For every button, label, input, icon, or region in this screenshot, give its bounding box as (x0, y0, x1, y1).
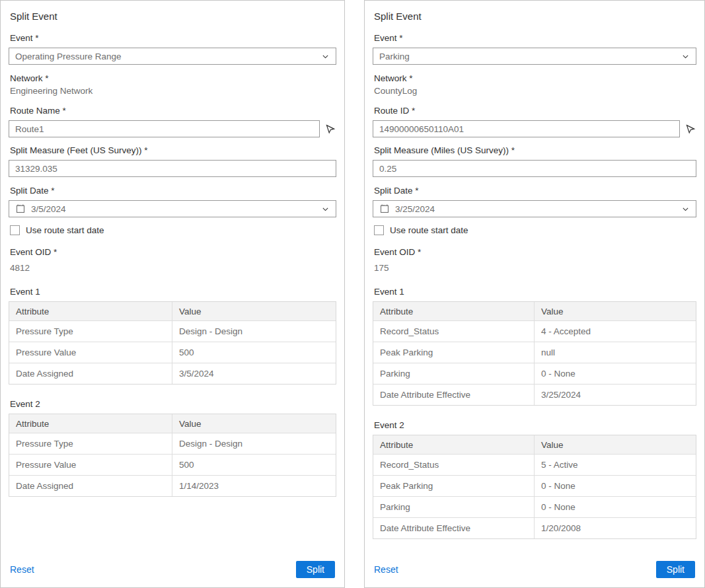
value-cell: 3/5/2024 (172, 363, 336, 384)
value-cell: 1/14/2023 (172, 476, 336, 496)
value-cell: 1/20/2008 (535, 518, 696, 538)
value-cell: 4 - Accepted (535, 321, 696, 342)
attribute-cell: Date Assigned (9, 363, 172, 384)
split-button[interactable]: Split (296, 561, 335, 578)
table-header-row: Attribute Value (9, 302, 336, 320)
table-row: Date Attribute Effective 1/20/2008 (373, 517, 696, 538)
event-oid-label: Event OID * (374, 246, 695, 258)
table-header-row: Attribute Value (9, 414, 336, 433)
calendar-icon (15, 203, 26, 214)
calendar-icon (379, 203, 390, 214)
table-row: Peak Parking null (373, 342, 696, 363)
value-cell: 500 (172, 455, 336, 475)
event2-table: Attribute Value Record_Status 5 - Active… (373, 435, 696, 539)
attribute-cell: Date Attribute Effective (373, 518, 535, 538)
panel-title: Split Event (374, 11, 695, 22)
event-oid-group: Event OID * 175 (373, 246, 696, 274)
network-group: Network * CountyLog (373, 73, 696, 96)
checkbox-unchecked-icon (10, 225, 20, 235)
event-oid-group: Event OID * 4812 (9, 246, 336, 274)
value-cell: 3/25/2024 (535, 385, 696, 405)
table-row: Date Attribute Effective 3/25/2024 (373, 384, 696, 405)
event1-table: Attribute Value Pressure Type Design - D… (9, 301, 336, 385)
event-oid-value: 4812 (10, 262, 335, 274)
event-select[interactable]: Operating Pressure Range (9, 48, 336, 65)
map-select-pointer-icon (325, 124, 336, 134)
event1-heading: Event 1 (10, 287, 335, 297)
table-header-row: Attribute Value (373, 435, 696, 454)
split-measure-input[interactable] (9, 160, 336, 177)
table-row: Date Assigned 3/5/2024 (9, 363, 336, 384)
header-value: Value (172, 302, 336, 320)
event-select-value: Operating Pressure Range (15, 52, 122, 61)
header-value: Value (535, 302, 696, 320)
table-row: Parking 0 - None (373, 363, 696, 384)
attribute-cell: Record_Status (373, 321, 535, 342)
attribute-cell: Pressure Type (9, 321, 172, 342)
network-group: Network * Engineering Network (9, 73, 336, 96)
reset-link[interactable]: Reset (374, 564, 398, 575)
network-label: Network * (374, 73, 695, 84)
network-value: CountyLog (374, 85, 695, 96)
value-cell: Design - Design (172, 433, 336, 454)
attribute-cell: Peak Parking (373, 342, 535, 363)
checkbox-unchecked-icon (374, 225, 384, 235)
attribute-cell: Record_Status (373, 455, 535, 475)
split-event-workspace: Split Event Event * Operating Pressure R… (0, 0, 705, 588)
table-row: Pressure Type Design - Design (9, 320, 336, 342)
network-label: Network * (10, 73, 335, 84)
attribute-cell: Parking (373, 497, 535, 517)
attribute-cell: Peak Parking (373, 476, 535, 496)
table-row: Record_Status 4 - Accepted (373, 320, 696, 342)
route-name-input[interactable] (9, 120, 320, 137)
event-select-value: Parking (379, 52, 410, 61)
split-date-value: 3/25/2024 (395, 204, 435, 214)
chevron-down-icon (321, 52, 330, 61)
attribute-cell: Pressure Value (9, 342, 172, 363)
split-date-picker[interactable]: 3/25/2024 (373, 200, 696, 217)
event-label: Event * (10, 32, 335, 44)
split-date-picker[interactable]: 3/5/2024 (9, 200, 336, 217)
checkbox-label: Use route start date (26, 225, 104, 235)
split-button[interactable]: Split (656, 561, 695, 578)
split-measure-input[interactable] (373, 160, 696, 177)
pick-route-on-map-button[interactable] (324, 124, 336, 134)
header-attribute: Attribute (9, 302, 172, 320)
value-cell: 500 (172, 342, 336, 363)
value-cell: Design - Design (172, 321, 336, 342)
route-id-input[interactable] (373, 120, 680, 137)
route-input-row (373, 120, 696, 137)
chevron-down-icon (321, 205, 330, 213)
reset-link[interactable]: Reset (10, 564, 34, 575)
event-label: Event * (374, 32, 695, 44)
event-select[interactable]: Parking (373, 48, 696, 65)
value-cell: 0 - None (535, 497, 696, 517)
split-date-value: 3/5/2024 (31, 204, 66, 214)
attribute-cell: Date Assigned (9, 476, 172, 496)
use-route-start-date-checkbox[interactable]: Use route start date (374, 225, 695, 235)
attribute-cell: Pressure Type (9, 433, 172, 454)
table-row: Peak Parking 0 - None (373, 475, 696, 496)
table-row: Record_Status 5 - Active (373, 454, 696, 475)
split-date-label: Split Date * (10, 185, 335, 196)
header-attribute: Attribute (373, 435, 535, 454)
split-measure-label: Split Measure (Feet (US Survey)) * (10, 145, 335, 156)
event2-heading: Event 2 (10, 399, 335, 409)
panel-title: Split Event (10, 11, 335, 22)
value-cell: 5 - Active (535, 455, 696, 475)
panel-footer: Reset Split (9, 561, 336, 579)
header-value: Value (535, 435, 696, 454)
attribute-cell: Pressure Value (9, 455, 172, 475)
route-input-row (9, 120, 336, 137)
event2-table: Attribute Value Pressure Type Design - D… (9, 414, 336, 497)
event-oid-label: Event OID * (10, 246, 335, 258)
header-attribute: Attribute (9, 414, 172, 433)
header-value: Value (172, 414, 336, 433)
chevron-down-icon (681, 52, 690, 61)
value-cell: 0 - None (535, 476, 696, 496)
table-row: Pressure Value 500 (9, 342, 336, 363)
attribute-cell: Date Attribute Effective (373, 385, 535, 405)
use-route-start-date-checkbox[interactable]: Use route start date (10, 225, 335, 235)
table-row: Parking 0 - None (373, 496, 696, 517)
pick-route-on-map-button[interactable] (685, 124, 696, 134)
